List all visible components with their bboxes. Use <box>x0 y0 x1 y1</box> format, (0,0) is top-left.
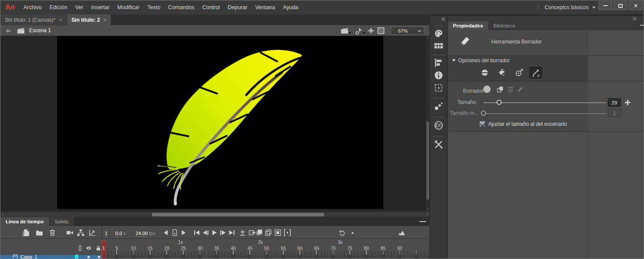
vertical-scrollbar[interactable]: ⌃ ⌄ <box>426 36 429 211</box>
tab-salida[interactable]: Salida <box>50 217 74 226</box>
tab-línea-de-tiempo[interactable]: Línea de tiempo <box>0 217 50 226</box>
zoom-in-frames-icon[interactable] <box>398 229 406 236</box>
edit-symbols-button[interactable] <box>355 27 363 34</box>
document-tab-1[interactable]: Sin título: 1 (Canvas)*× <box>0 14 67 25</box>
transform-panel-button[interactable] <box>433 82 444 94</box>
menu-item-insertar[interactable]: Insertar <box>87 4 113 10</box>
modify-markers-icon[interactable] <box>284 229 291 236</box>
section-collapse-icon[interactable] <box>452 59 456 62</box>
close-icon[interactable]: × <box>59 17 63 23</box>
erase-fills-button[interactable] <box>513 67 526 79</box>
stage[interactable] <box>57 36 383 209</box>
camera-button[interactable] <box>66 229 74 236</box>
options-section-title[interactable]: Opciones del borrador <box>458 57 510 64</box>
menu-item-comandos[interactable]: Comandos <box>164 4 198 10</box>
minimize-button[interactable] <box>598 1 612 10</box>
first-frame-button[interactable] <box>193 229 201 236</box>
color-panel-button[interactable] <box>433 28 444 39</box>
scroll-right-icon[interactable]: › <box>426 212 428 217</box>
expand-chevrons-icon[interactable] <box>632 16 637 20</box>
current-frame-counter[interactable]: 1 <box>105 231 107 236</box>
pasteboard[interactable] <box>0 36 426 211</box>
menu-item-archivo[interactable]: Archivo <box>20 4 46 10</box>
duplicate-shape-icon[interactable] <box>496 86 504 93</box>
delete-layer-button[interactable] <box>49 229 56 236</box>
loop-step-back-icon[interactable] <box>162 229 170 236</box>
menu-item-control[interactable]: Control <box>198 4 224 10</box>
collapse-chevrons-icon[interactable] <box>440 17 446 21</box>
tamano-slider-handle[interactable] <box>496 100 502 105</box>
show-hide-all-layers-icon[interactable] <box>86 245 92 251</box>
onion-skin-outlines-icon[interactable] <box>265 229 272 236</box>
center-frame-button[interactable] <box>171 229 178 236</box>
dock-grip[interactable] <box>434 117 443 118</box>
menu-item-texto[interactable]: Texto <box>144 4 164 10</box>
erase-mode-button[interactable] <box>478 67 491 79</box>
horizontal-scrollbar[interactable]: ‹ › <box>0 211 429 217</box>
lock-all-layers-icon[interactable] <box>95 245 101 251</box>
scroll-down-icon[interactable]: ⌄ <box>426 207 429 210</box>
zoom-dropdown-button[interactable] <box>415 27 424 35</box>
info-panel-button[interactable] <box>433 70 444 81</box>
workspace-switcher[interactable]: Conceptos básicos <box>545 0 596 14</box>
vertical-scroll-thumb[interactable] <box>426 121 429 200</box>
frame-rate-counter[interactable]: 24.00fps <box>136 231 155 236</box>
onion-skin-icon[interactable] <box>255 229 263 236</box>
close-icon[interactable]: × <box>104 17 107 23</box>
tamano-min-slider-handle[interactable] <box>481 111 486 116</box>
tamano-min-slider-track[interactable] <box>483 113 606 114</box>
center-stage-button[interactable] <box>367 27 375 34</box>
layer-visible-dot[interactable] <box>87 256 90 258</box>
brush-library-panel-button[interactable] <box>433 101 444 112</box>
graph-view-button[interactable] <box>88 229 96 236</box>
edit-scene-button[interactable] <box>341 27 349 34</box>
scroll-left-icon[interactable]: ‹ <box>2 212 3 217</box>
new-folder-button[interactable] <box>36 229 43 236</box>
dock-grip[interactable] <box>434 136 443 137</box>
menu-item-edicion[interactable]: Edición <box>46 4 71 10</box>
menu-item-ventana[interactable]: Ventana <box>251 4 279 10</box>
dock-grip[interactable] <box>434 54 443 56</box>
tools-panel-button[interactable] <box>433 139 444 150</box>
swatches-panel-button[interactable] <box>433 40 444 51</box>
faucet-button[interactable] <box>496 67 509 79</box>
new-layer-button[interactable] <box>22 229 30 236</box>
tab-biblioteca[interactable]: Biblioteca <box>488 21 520 30</box>
menu-item-modificar[interactable]: Modificar <box>114 4 144 10</box>
last-frame-button[interactable] <box>228 229 235 236</box>
erase-selected-button[interactable] <box>529 67 542 79</box>
menu-item-ayuda[interactable]: Ayuda <box>279 4 302 10</box>
layer-row[interactable]: Capa_1 <box>0 255 102 259</box>
zoom-level-input[interactable]: 67% <box>391 27 415 35</box>
edit-multiple-frames-icon[interactable] <box>274 229 282 236</box>
elapsed-time-counter[interactable]: 0.0s <box>115 231 126 236</box>
cc-libraries-panel-button[interactable] <box>433 120 444 131</box>
reset-timeline-zoom-icon[interactable] <box>339 229 346 236</box>
tamano-value-input[interactable]: 29 <box>608 98 621 107</box>
clip-content-button[interactable] <box>377 27 385 34</box>
frames-grid[interactable] <box>102 255 429 259</box>
dock-grip[interactable] <box>434 98 443 99</box>
scroll-up-icon[interactable]: ⌃ <box>426 37 429 40</box>
add-size-icon[interactable] <box>624 99 631 106</box>
brush-shape-circle-icon[interactable] <box>483 85 491 94</box>
tamano-slider-track[interactable] <box>483 102 606 103</box>
previous-frame-button[interactable] <box>202 229 209 236</box>
back-arrow-icon[interactable] <box>5 27 12 34</box>
camera-column-icon[interactable] <box>77 245 83 251</box>
dock-grip[interactable] <box>434 25 443 27</box>
document-tab-2[interactable]: Sin título: 2× <box>67 14 111 25</box>
menu-item-depurar[interactable]: Depurar <box>224 4 251 10</box>
align-panel-button[interactable] <box>433 57 444 68</box>
layer-lock-dot[interactable] <box>98 256 100 258</box>
export-frame-icon[interactable] <box>248 229 256 236</box>
play-button[interactable] <box>211 229 218 236</box>
insert-keyframe-icon[interactable] <box>239 229 246 236</box>
close-button[interactable]: × <box>629 1 643 10</box>
next-frame-button[interactable] <box>219 229 227 236</box>
tab-propiedades[interactable]: Propiedades <box>448 21 488 30</box>
menu-item-ver[interactable]: Ver <box>71 4 87 10</box>
zoom-out-frames-icon[interactable] <box>350 229 356 236</box>
ajustar-checkbox[interactable] <box>480 121 485 127</box>
maximize-button[interactable] <box>614 1 627 10</box>
